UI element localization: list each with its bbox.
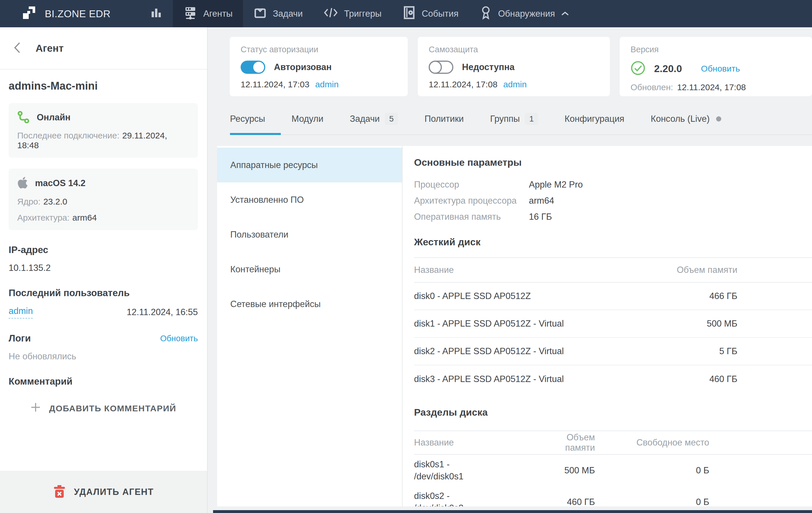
disk-name: disk3 - APPLE SSD AP0512Z - Virtual <box>414 374 672 384</box>
param-row: Процессор Apple M2 Pro <box>414 177 812 193</box>
param-row: Архитектура процессора arm64 <box>414 193 812 209</box>
disk-size: 460 ГБ <box>672 374 737 384</box>
main-params-list: Процессор Apple M2 Pro Архитектура проце… <box>414 177 812 225</box>
nav-item-label: Задачи <box>273 9 302 19</box>
tab-console-live[interactable]: Консоль (Live) <box>650 104 721 135</box>
auth-state: Авторизован <box>274 62 331 73</box>
partitions-table: Название Объем памяти Свободное место di… <box>414 431 812 506</box>
table-row: disk0s1 - /dev/disk0s1 500 МБ 0 Б <box>414 455 812 486</box>
apple-icon <box>17 176 28 191</box>
nav-item-agents[interactable]: Агенты <box>173 0 243 27</box>
logs-label: Логи <box>9 333 31 344</box>
last-connection-label: Последнее подключение: <box>17 131 119 140</box>
add-comment-button[interactable]: ДОБАВИТЬ КОММЕНТАРИЙ <box>9 402 198 415</box>
col-header-name: Название <box>414 265 672 275</box>
logs-status: Не обновлялись <box>9 351 198 362</box>
submenu-item-network[interactable]: Сетевые интерфейсы <box>217 287 402 321</box>
console-status-dot <box>716 116 721 121</box>
groups-count-badge: 1 <box>525 113 538 125</box>
tab-configuration[interactable]: Конфигурация <box>564 104 624 135</box>
partition-size: 460 ГБ <box>546 497 595 506</box>
check-circle-icon <box>631 61 645 77</box>
code-icon <box>323 6 338 22</box>
os-card: macOS 14.2 Ядро:23.2.0 Архитектура:arm64 <box>9 169 198 230</box>
auth-user-link[interactable]: admin <box>315 80 339 89</box>
param-label: Процессор <box>414 179 529 190</box>
delete-agent-button[interactable]: УДАЛИТЬ АГЕНТ <box>0 471 207 513</box>
nav-item-label: События <box>422 9 459 19</box>
kernel-value: 23.2.0 <box>44 197 67 206</box>
kernel-label: Ядро: <box>17 197 40 206</box>
version-card: Версия 2.20.0 Обновить Обновлен: 12.11.2… <box>620 37 812 96</box>
tab-resources[interactable]: Ресурсы <box>230 104 265 135</box>
tab-groups[interactable]: Группы 1 <box>490 104 538 135</box>
hardware-content: Основные параметры Процессор Apple M2 Pr… <box>403 146 812 506</box>
tab-label: Задачи <box>350 114 380 124</box>
brand: BI.ZONE EDR <box>0 0 140 27</box>
updated-label: Обновлен: <box>631 82 673 92</box>
param-row: Оперативная память 16 ГБ <box>414 209 812 225</box>
tab-modules[interactable]: Модули <box>291 104 323 135</box>
comment-label: Комментарий <box>9 376 198 387</box>
back-button[interactable] <box>13 41 21 55</box>
nav-item-label: Триггеры <box>344 9 381 19</box>
submenu-item-software[interactable]: Установленно ПО <box>217 182 402 217</box>
nav-item-tasks[interactable]: Задачи <box>243 0 313 27</box>
hdd-table-header: Название Объем памяти <box>414 257 812 283</box>
auth-status-card: Статус авторизации Авторизован 12.11.202… <box>230 37 408 96</box>
nav-item-dashboard[interactable] <box>140 0 173 27</box>
auth-toggle[interactable] <box>241 61 265 74</box>
last-user-link[interactable]: admin <box>9 306 33 318</box>
version-number: 2.20.0 <box>654 63 682 75</box>
nav-item-events[interactable]: События <box>392 0 469 27</box>
param-value: Apple M2 Pro <box>529 179 583 190</box>
param-label: Архитектура процессора <box>414 196 529 206</box>
tab-tasks[interactable]: Задачи 5 <box>350 104 398 135</box>
os-name: macOS 14.2 <box>35 178 86 189</box>
disk-name: disk1 - APPLE SSD AP0512Z - Virtual <box>414 318 672 329</box>
bizone-logo-icon <box>21 5 36 22</box>
add-comment-label: ДОБАВИТЬ КОММЕНТАРИЙ <box>49 404 176 413</box>
auth-date: 12.11.2024, 17:03 <box>241 80 310 89</box>
top-navbar: BI.ZONE EDR <box>0 0 812 27</box>
submenu-item-users[interactable]: Пользователи <box>217 217 402 252</box>
submenu-item-containers[interactable]: Контейнеры <box>217 252 402 287</box>
nav-item-detections[interactable]: Обнаружения <box>469 0 580 27</box>
logs-refresh-link[interactable]: Обновить <box>160 334 198 343</box>
partition-name-line2: /dev/disk0s2 <box>414 502 546 506</box>
tasks-count-badge: 5 <box>385 113 398 125</box>
table-row: disk2 - APPLE SSD AP0512Z - Virtual 5 ГБ <box>414 338 812 365</box>
col-header-name: Название <box>414 437 546 448</box>
arch-label: Архитектура: <box>17 213 69 222</box>
nav-item-triggers[interactable]: Триггеры <box>313 0 392 27</box>
partition-free: 0 Б <box>595 497 709 506</box>
disk-size: 5 ГБ <box>672 346 737 357</box>
tab-label: Ресурсы <box>230 114 265 124</box>
brand-title: BI.ZONE EDR <box>45 8 111 20</box>
param-value: arm64 <box>529 196 554 206</box>
self-protection-title: Самозащита <box>429 45 599 54</box>
nav-menu: Агенты Задачи Триггеры <box>140 0 580 27</box>
partition-name-line1: disk0s2 - <box>414 490 546 502</box>
col-header-size: Объем памяти <box>546 432 595 453</box>
partitions-table-header: Название Объем памяти Свободное место <box>414 431 812 455</box>
updated-value: 12.11.2024, 17:08 <box>677 82 746 92</box>
medal-icon <box>479 5 492 22</box>
disk-name: disk2 - APPLE SSD AP0512Z - Virtual <box>414 346 672 357</box>
resources-panel: Аппаратные ресурсы Установленно ПО Польз… <box>217 146 812 506</box>
ip-address-label: IP-адрес <box>9 245 198 255</box>
tab-policies[interactable]: Политики <box>424 104 464 135</box>
tab-label: Модули <box>291 114 323 124</box>
col-header-free: Свободное место <box>595 437 709 448</box>
events-log-icon <box>402 5 416 22</box>
delete-agent-label: УДАЛИТЬ АГЕНТ <box>74 487 154 497</box>
table-row: disk0 - APPLE SSD AP0512Z 466 ГБ <box>414 283 812 310</box>
arch-value: arm64 <box>72 213 97 222</box>
submenu-item-hardware[interactable]: Аппаратные ресурсы <box>217 148 402 182</box>
self-protection-user-link[interactable]: admin <box>503 80 527 89</box>
self-protection-toggle[interactable] <box>429 61 453 74</box>
version-update-link[interactable]: Обновить <box>701 64 740 74</box>
page-title: Агент <box>36 42 64 54</box>
self-protection-state: Недоступна <box>462 62 515 73</box>
partition-name-line1: disk0s1 - <box>414 458 546 471</box>
